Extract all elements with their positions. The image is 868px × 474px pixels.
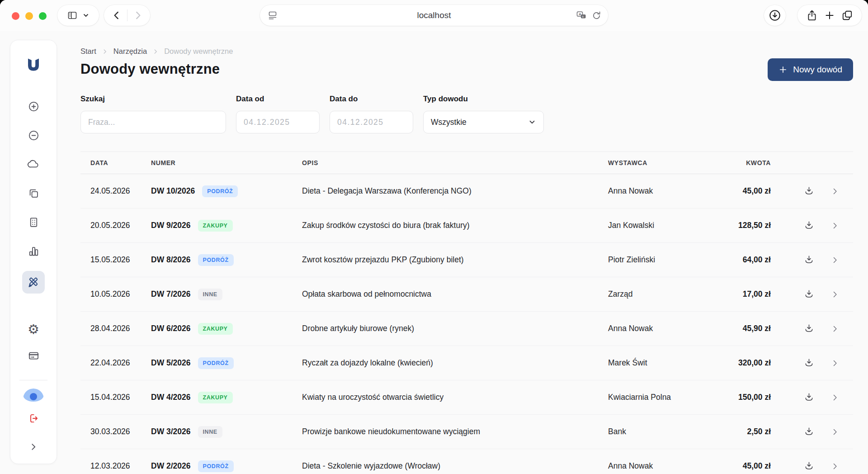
download-icon[interactable]	[804, 323, 814, 334]
row-badge: PODRÓŻ	[198, 357, 234, 369]
table-row[interactable]: 10.05.2026 DW 7/2026 INNE Opłata skarbow…	[80, 277, 853, 312]
row-issuer: Bank	[608, 427, 721, 436]
browser-toolbar: localhost A x	[0, 0, 868, 31]
minimize-window-button[interactable]	[25, 12, 33, 20]
table-row[interactable]: 12.03.2026 DW 2/2026 PODRÓŻ Dieta - Szko…	[80, 449, 853, 474]
row-chevron-right-icon[interactable]	[830, 462, 840, 471]
download-icon[interactable]	[804, 392, 814, 403]
row-date: 30.03.2026	[90, 427, 151, 436]
download-icon[interactable]	[804, 289, 814, 299]
row-issuer: Kwiaciarnia Polna	[608, 393, 721, 402]
sidebar-expand-button[interactable]	[22, 441, 45, 453]
row-date: 28.04.2026	[90, 324, 151, 333]
col-header-number: NUMER	[151, 159, 302, 166]
address-bar[interactable]: localhost A x	[260, 5, 608, 26]
row-amount: 2,50 zł	[721, 427, 771, 436]
forward-button[interactable]	[132, 9, 144, 21]
row-amount: 150,00 zł	[721, 393, 771, 402]
breadcrumb-tools[interactable]: Narzędzia	[113, 47, 147, 56]
date-to-input[interactable]	[330, 111, 413, 133]
table-row[interactable]: 22.04.2026 DW 5/2026 PODRÓŻ Ryczałt za d…	[80, 346, 853, 380]
row-chevron-right-icon[interactable]	[830, 290, 840, 299]
svg-text:x: x	[582, 15, 584, 18]
filters-bar: Szukaj Data od Data do Typ dowodu Wszyst…	[80, 95, 853, 133]
row-badge: PODRÓŻ	[198, 254, 234, 266]
row-chevron-right-icon[interactable]	[830, 221, 840, 230]
row-amount: 17,00 zł	[721, 289, 771, 299]
sidebar-item-tools-active[interactable]	[22, 271, 45, 294]
new-document-button[interactable]: Nowy dowód	[768, 58, 853, 81]
share-icon[interactable]	[806, 9, 818, 21]
row-amount: 320,00 zł	[721, 358, 771, 368]
sidebar-item-reports[interactable]	[22, 242, 45, 260]
app-logo	[25, 57, 42, 73]
sidebar-item-plus[interactable]	[22, 97, 45, 115]
chevron-right-icon	[152, 48, 159, 55]
table-row[interactable]: 15.05.2026 DW 8/2026 PODRÓŻ Zwrot kosztó…	[80, 243, 853, 277]
search-input[interactable]	[80, 111, 226, 133]
new-tab-icon[interactable]	[824, 9, 835, 21]
url-text[interactable]: localhost	[417, 10, 451, 20]
table-row[interactable]: 28.04.2026 DW 6/2026 ZAKUPY Drobne artyk…	[80, 312, 853, 346]
avatar[interactable]	[23, 389, 44, 402]
page-title: Dowody wewnętrzne	[80, 61, 853, 77]
row-date: 20.05.2026	[90, 221, 151, 230]
reload-icon[interactable]	[591, 10, 602, 21]
plus-icon	[778, 65, 788, 74]
row-number: DW 2/2026	[151, 461, 191, 471]
row-chevron-right-icon[interactable]	[830, 187, 840, 196]
row-chevron-right-icon[interactable]	[830, 427, 840, 436]
row-amount: 128,50 zł	[721, 221, 771, 230]
divider	[19, 380, 47, 380]
row-date: 24.05.2026	[90, 186, 151, 196]
chevron-down-icon[interactable]	[82, 12, 90, 19]
sidebar-item-minus[interactable]	[22, 126, 45, 144]
sidebar-utilities: ⚙	[22, 320, 45, 373]
table-row[interactable]: 15.04.2026 DW 4/2026 ZAKUPY Kwiaty na ur…	[80, 380, 853, 415]
zoom-window-button[interactable]	[39, 12, 47, 20]
row-chevron-right-icon[interactable]	[830, 359, 840, 368]
row-number: DW 6/2026	[151, 324, 191, 333]
download-icon[interactable]	[804, 358, 814, 368]
row-chevron-right-icon[interactable]	[830, 256, 840, 265]
close-window-button[interactable]	[12, 12, 19, 20]
row-chevron-right-icon[interactable]	[830, 393, 840, 402]
download-icon[interactable]	[804, 220, 814, 231]
tab-overview-icon[interactable]	[841, 9, 853, 21]
row-badge: ZAKUPY	[198, 220, 233, 232]
row-amount: 45,00 zł	[721, 461, 771, 471]
col-header-date: DATA	[90, 159, 151, 166]
row-badge: INNE	[198, 289, 222, 300]
downloads-button[interactable]	[764, 5, 786, 26]
translate-icon[interactable]: A x	[576, 10, 587, 21]
col-header-amount: KWOTA	[721, 159, 771, 166]
table-row[interactable]: 30.03.2026 DW 3/2026 INNE Prowizje banko…	[80, 415, 853, 449]
table-row[interactable]: 24.05.2026 DW 10/2026 PODRÓŻ Dieta - Del…	[80, 174, 853, 209]
row-number: DW 7/2026	[151, 289, 191, 299]
type-select[interactable]: Wszystkie	[423, 111, 544, 133]
reader-view-icon[interactable]	[267, 10, 278, 21]
logout-button[interactable]	[22, 412, 45, 424]
breadcrumb-start[interactable]: Start	[80, 47, 96, 56]
row-badge: PODRÓŻ	[202, 185, 238, 197]
row-description: Zakup środków czystości do biura (brak f…	[302, 221, 608, 230]
download-icon[interactable]	[804, 427, 814, 437]
row-issuer: Anna Nowak	[608, 461, 721, 471]
sidebar-item-building[interactable]	[22, 213, 45, 231]
sidebar-item-settings[interactable]: ⚙	[22, 320, 45, 338]
divider	[127, 9, 127, 21]
row-issuer: Piotr Zieliński	[608, 255, 721, 265]
sidebar-item-billing[interactable]	[22, 346, 45, 365]
sidebar-toggle-icon[interactable]	[67, 10, 78, 21]
date-to-label: Data do	[330, 95, 413, 104]
date-from-input[interactable]	[236, 111, 320, 133]
row-number: DW 9/2026	[151, 221, 191, 230]
back-button[interactable]	[111, 9, 123, 21]
row-chevron-right-icon[interactable]	[830, 324, 840, 333]
table-row[interactable]: 20.05.2026 DW 9/2026 ZAKUPY Zakup środkó…	[80, 209, 853, 243]
sidebar-item-cloud[interactable]	[22, 155, 45, 173]
download-icon[interactable]	[804, 255, 814, 265]
download-icon[interactable]	[804, 186, 814, 196]
sidebar-item-copy[interactable]	[22, 184, 45, 202]
download-icon[interactable]	[804, 461, 814, 471]
